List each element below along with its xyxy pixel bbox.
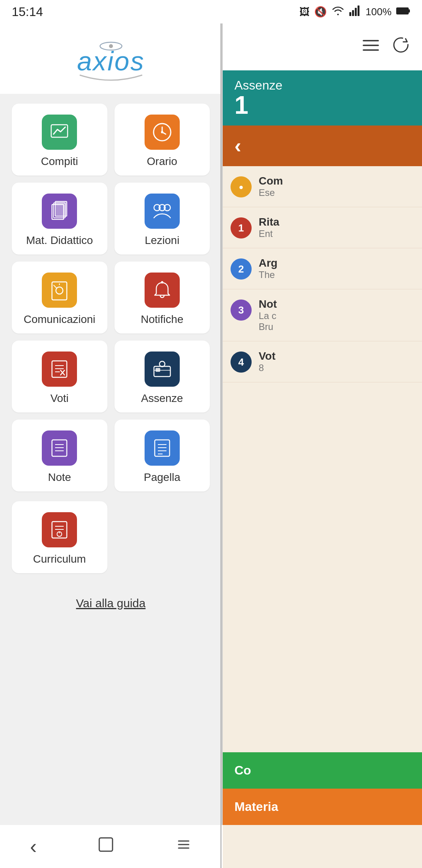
svg-rect-2 bbox=[355, 8, 357, 16]
svg-rect-16 bbox=[55, 201, 67, 216]
feed-item-3[interactable]: 3 Not La cBru bbox=[223, 289, 422, 341]
assenze-banner[interactable]: Assenze 1 bbox=[223, 70, 422, 126]
menu-icon[interactable] bbox=[362, 36, 380, 57]
menu-item-comunicazioni[interactable]: Comunicazioni bbox=[12, 262, 107, 334]
menu-item-lezioni[interactable]: Lezioni bbox=[114, 183, 210, 255]
note-label: Note bbox=[48, 471, 71, 484]
assenze-label: Assenze bbox=[141, 392, 183, 405]
nav-bar: ‹ bbox=[0, 825, 223, 868]
left-panel: axios Compiti bbox=[0, 23, 223, 868]
back-arrow-icon[interactable]: ‹ bbox=[234, 134, 241, 158]
wifi-icon bbox=[331, 5, 345, 19]
right-panel: Assenze 1 ‹ ● Com Ese 1 Rita Ent bbox=[223, 23, 422, 868]
curriculum-icon bbox=[42, 512, 77, 547]
pagella-label: Pagella bbox=[144, 471, 180, 484]
co-button[interactable]: Co bbox=[223, 752, 422, 789]
menu-item-notifiche[interactable]: Notifiche bbox=[114, 262, 210, 334]
notifiche-label: Notifiche bbox=[141, 313, 183, 326]
lezioni-label: Lezioni bbox=[145, 234, 179, 247]
mat-didattico-icon bbox=[42, 194, 77, 229]
menu-item-compiti[interactable]: Compiti bbox=[12, 104, 107, 176]
svg-rect-5 bbox=[408, 9, 410, 13]
status-time: 15:14 bbox=[12, 5, 43, 19]
feed-badge-3: 3 bbox=[231, 299, 252, 321]
menu-item-note[interactable]: Note bbox=[12, 420, 107, 491]
feed-title-2: Arg bbox=[259, 257, 414, 269]
feed-item-2[interactable]: 2 Arg The bbox=[223, 248, 422, 289]
feed-content-1: Rita Ent bbox=[259, 216, 414, 239]
orange-nav[interactable]: ‹ bbox=[223, 126, 422, 166]
camera-icon: 🖼 bbox=[299, 6, 309, 18]
mat-didattico-label: Mat. Didattico bbox=[26, 234, 93, 247]
logo-area: axios bbox=[0, 23, 222, 94]
feed-subtitle-0: Ese bbox=[259, 187, 414, 198]
axios-logo-svg: axios bbox=[56, 39, 166, 82]
orario-label: Orario bbox=[147, 155, 177, 168]
orario-icon bbox=[145, 115, 180, 150]
svg-text:axios: axios bbox=[77, 46, 145, 76]
svg-rect-3 bbox=[358, 5, 359, 16]
battery-percentage: 100% bbox=[366, 6, 392, 18]
lezioni-icon bbox=[145, 194, 180, 229]
feed-content-4: Vot 8 bbox=[259, 350, 414, 373]
battery-icon bbox=[396, 6, 410, 18]
refresh-icon[interactable] bbox=[392, 36, 410, 59]
menu-item-voti[interactable]: Voti bbox=[12, 341, 107, 412]
feed-badge-1: 1 bbox=[231, 217, 252, 239]
feed-subtitle-3: La cBru bbox=[259, 310, 414, 332]
svg-rect-1 bbox=[352, 10, 354, 16]
svg-point-23 bbox=[161, 281, 163, 283]
feed-subtitle-2: The bbox=[259, 269, 414, 280]
feed-content-0: Com Ese bbox=[259, 175, 414, 198]
pagella-icon bbox=[145, 430, 180, 466]
feed-item-4[interactable]: 4 Vot 8 bbox=[223, 341, 422, 382]
menu-item-mat-didattico[interactable]: Mat. Didattico bbox=[12, 183, 107, 255]
note-icon bbox=[42, 430, 77, 466]
back-button[interactable]: ‹ bbox=[18, 831, 48, 862]
compiti-icon bbox=[42, 115, 77, 150]
guide-link[interactable]: Vai alla guida bbox=[76, 597, 146, 610]
voti-icon bbox=[42, 352, 77, 387]
feed-badge-0: ● bbox=[231, 176, 252, 197]
assenze-icon bbox=[145, 352, 180, 387]
status-icons: 🖼 🔇 100% bbox=[299, 5, 411, 19]
main-layout: axios Compiti bbox=[0, 23, 422, 868]
svg-rect-0 bbox=[349, 12, 351, 16]
recents-button[interactable] bbox=[163, 832, 204, 861]
mute-icon: 🔇 bbox=[314, 6, 327, 18]
feed-content-2: Arg The bbox=[259, 257, 414, 280]
feed-title-0: Com bbox=[259, 175, 414, 187]
home-button[interactable] bbox=[85, 832, 127, 861]
bottom-buttons: Co Materia bbox=[223, 752, 422, 868]
status-bar: 15:14 🖼 🔇 100% bbox=[0, 0, 422, 23]
comunicazioni-icon bbox=[42, 273, 77, 308]
feed-badge-2: 2 bbox=[231, 258, 252, 280]
svg-rect-4 bbox=[397, 8, 408, 14]
feed-content-3: Not La cBru bbox=[259, 298, 414, 332]
panel-divider bbox=[220, 23, 222, 868]
compiti-label: Compiti bbox=[41, 155, 78, 168]
curriculum-label: Curriculum bbox=[33, 553, 86, 565]
voti-label: Voti bbox=[50, 392, 69, 405]
menu-item-orario[interactable]: Orario bbox=[114, 104, 210, 176]
menu-grid: Compiti Orario bbox=[0, 94, 222, 501]
menu-item-pagella[interactable]: Pagella bbox=[114, 420, 210, 491]
menu-item-assenze[interactable]: Assenze bbox=[114, 341, 210, 412]
menu-item-curriculum[interactable]: Curriculum bbox=[12, 501, 107, 573]
notifiche-icon bbox=[145, 273, 180, 308]
materia-button[interactable]: Materia bbox=[223, 789, 422, 825]
svg-rect-31 bbox=[156, 368, 160, 372]
svg-point-13 bbox=[161, 131, 163, 133]
axios-logo: axios bbox=[56, 39, 166, 82]
svg-point-21 bbox=[56, 287, 63, 294]
right-top-bar bbox=[223, 23, 422, 70]
assenze-count: 1 bbox=[234, 93, 249, 118]
feed-item-1[interactable]: 1 Rita Ent bbox=[223, 207, 422, 248]
svg-rect-48 bbox=[99, 838, 113, 851]
feed-title-3: Not bbox=[259, 298, 414, 310]
signal-icon bbox=[349, 5, 361, 19]
feed-item-0[interactable]: ● Com Ese bbox=[223, 166, 422, 207]
feed-list: ● Com Ese 1 Rita Ent 2 Arg The bbox=[223, 166, 422, 752]
feed-title-1: Rita bbox=[259, 216, 414, 228]
feed-subtitle-4: 8 bbox=[259, 362, 414, 373]
